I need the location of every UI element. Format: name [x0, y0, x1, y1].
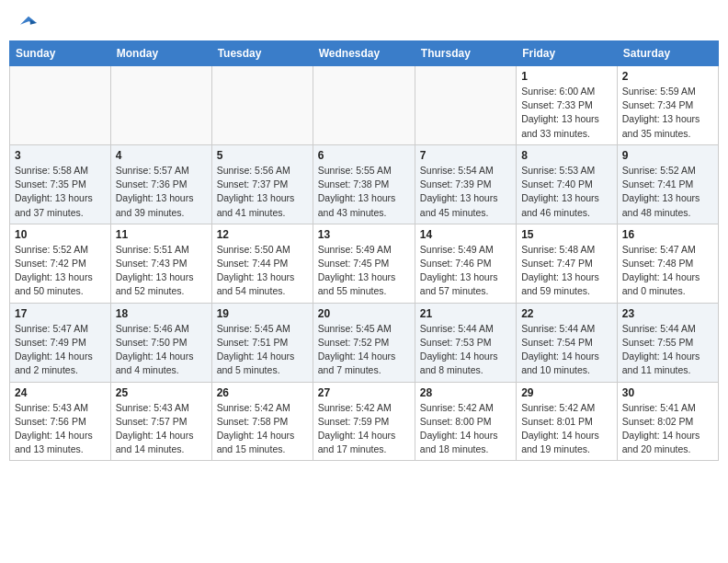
calendar-cell: 8Sunrise: 5:53 AM Sunset: 7:40 PM Daylig… — [517, 144, 618, 224]
calendar-cell: 11Sunrise: 5:51 AM Sunset: 7:43 PM Dayli… — [110, 224, 211, 303]
day-number: 29 — [521, 386, 612, 399]
calendar-cell: 23Sunrise: 5:44 AM Sunset: 7:55 PM Dayli… — [617, 303, 718, 382]
calendar-cell: 22Sunrise: 5:44 AM Sunset: 7:54 PM Dayli… — [517, 303, 618, 382]
day-info: Sunrise: 5:43 AM Sunset: 7:56 PM Dayligh… — [15, 401, 106, 457]
page-header — [0, 0, 728, 40]
day-number: 25 — [116, 386, 207, 399]
day-number: 24 — [15, 386, 106, 399]
day-info: Sunrise: 5:52 AM Sunset: 7:42 PM Dayligh… — [15, 243, 106, 299]
weekday-header-sunday: Sunday — [10, 41, 111, 66]
day-info: Sunrise: 5:44 AM Sunset: 7:53 PM Dayligh… — [420, 322, 511, 378]
calendar-cell: 12Sunrise: 5:50 AM Sunset: 7:44 PM Dayli… — [211, 224, 313, 303]
weekday-header-tuesday: Tuesday — [211, 41, 313, 66]
logo — [18, 15, 37, 33]
day-number: 9 — [622, 149, 713, 162]
weekday-header-saturday: Saturday — [617, 41, 718, 66]
calendar-cell: 28Sunrise: 5:42 AM Sunset: 8:00 PM Dayli… — [415, 382, 516, 461]
day-number: 30 — [622, 386, 713, 399]
day-info: Sunrise: 5:42 AM Sunset: 7:59 PM Dayligh… — [318, 401, 410, 457]
day-number: 10 — [15, 228, 106, 241]
day-info: Sunrise: 5:52 AM Sunset: 7:41 PM Dayligh… — [622, 164, 713, 220]
calendar-cell: 18Sunrise: 5:46 AM Sunset: 7:50 PM Dayli… — [110, 303, 211, 382]
day-info: Sunrise: 5:45 AM Sunset: 7:52 PM Dayligh… — [318, 322, 410, 378]
day-number: 16 — [622, 228, 713, 241]
day-number: 7 — [420, 149, 511, 162]
day-info: Sunrise: 5:50 AM Sunset: 7:44 PM Dayligh… — [217, 243, 308, 299]
day-info: Sunrise: 5:59 AM Sunset: 7:34 PM Dayligh… — [622, 85, 713, 141]
day-info: Sunrise: 5:57 AM Sunset: 7:36 PM Dayligh… — [116, 164, 207, 220]
calendar-cell: 5Sunrise: 5:56 AM Sunset: 7:37 PM Daylig… — [211, 144, 313, 224]
day-number: 28 — [420, 386, 511, 399]
day-info: Sunrise: 5:53 AM Sunset: 7:40 PM Dayligh… — [521, 164, 612, 220]
calendar-cell: 19Sunrise: 5:45 AM Sunset: 7:51 PM Dayli… — [211, 303, 313, 382]
calendar-cell: 10Sunrise: 5:52 AM Sunset: 7:42 PM Dayli… — [10, 224, 111, 303]
day-number: 2 — [622, 70, 713, 83]
day-number: 14 — [420, 228, 511, 241]
day-number: 17 — [15, 307, 106, 320]
calendar-cell: 6Sunrise: 5:55 AM Sunset: 7:38 PM Daylig… — [313, 144, 415, 224]
calendar-wrapper: SundayMondayTuesdayWednesdayThursdayFrid… — [0, 40, 728, 479]
calendar-cell — [110, 66, 211, 145]
day-number: 19 — [217, 307, 308, 320]
day-info: Sunrise: 5:44 AM Sunset: 7:54 PM Dayligh… — [521, 322, 612, 378]
day-number: 26 — [217, 386, 308, 399]
day-info: Sunrise: 5:51 AM Sunset: 7:43 PM Dayligh… — [116, 243, 207, 299]
day-number: 15 — [521, 228, 612, 241]
day-info: Sunrise: 5:47 AM Sunset: 7:49 PM Dayligh… — [15, 322, 106, 378]
calendar-cell — [415, 66, 516, 145]
day-info: Sunrise: 5:42 AM Sunset: 7:58 PM Dayligh… — [217, 401, 308, 457]
day-number: 21 — [420, 307, 511, 320]
weekday-header-wednesday: Wednesday — [313, 41, 415, 66]
day-number: 11 — [116, 228, 207, 241]
day-info: Sunrise: 5:47 AM Sunset: 7:48 PM Dayligh… — [622, 243, 713, 299]
calendar-cell: 29Sunrise: 5:42 AM Sunset: 8:01 PM Dayli… — [517, 382, 618, 461]
day-number: 5 — [217, 149, 308, 162]
calendar-cell: 14Sunrise: 5:49 AM Sunset: 7:46 PM Dayli… — [415, 224, 516, 303]
day-number: 1 — [521, 70, 612, 83]
calendar-cell — [313, 66, 415, 145]
day-info: Sunrise: 5:49 AM Sunset: 7:46 PM Dayligh… — [420, 243, 511, 299]
calendar-cell: 7Sunrise: 5:54 AM Sunset: 7:39 PM Daylig… — [415, 144, 516, 224]
day-number: 8 — [521, 149, 612, 162]
weekday-header-friday: Friday — [517, 41, 618, 66]
day-info: Sunrise: 5:43 AM Sunset: 7:57 PM Dayligh… — [116, 401, 207, 457]
day-number: 23 — [622, 307, 713, 320]
day-info: Sunrise: 5:45 AM Sunset: 7:51 PM Dayligh… — [217, 322, 308, 378]
day-number: 27 — [318, 386, 410, 399]
day-info: Sunrise: 5:49 AM Sunset: 7:45 PM Dayligh… — [318, 243, 410, 299]
day-number: 4 — [116, 149, 207, 162]
day-info: Sunrise: 5:58 AM Sunset: 7:35 PM Dayligh… — [15, 164, 106, 220]
calendar-cell: 20Sunrise: 5:45 AM Sunset: 7:52 PM Dayli… — [313, 303, 415, 382]
weekday-header-thursday: Thursday — [415, 41, 516, 66]
day-info: Sunrise: 5:41 AM Sunset: 8:02 PM Dayligh… — [622, 401, 713, 457]
calendar-cell — [211, 66, 313, 145]
calendar-table: SundayMondayTuesdayWednesdayThursdayFrid… — [9, 40, 719, 461]
calendar-cell: 1Sunrise: 6:00 AM Sunset: 7:33 PM Daylig… — [517, 66, 618, 145]
calendar-cell: 4Sunrise: 5:57 AM Sunset: 7:36 PM Daylig… — [110, 144, 211, 224]
day-number: 22 — [521, 307, 612, 320]
calendar-cell — [10, 66, 111, 145]
day-info: Sunrise: 5:56 AM Sunset: 7:37 PM Dayligh… — [217, 164, 308, 220]
day-number: 6 — [318, 149, 410, 162]
weekday-header-monday: Monday — [110, 41, 211, 66]
calendar-cell: 3Sunrise: 5:58 AM Sunset: 7:35 PM Daylig… — [10, 144, 111, 224]
day-info: Sunrise: 5:42 AM Sunset: 8:00 PM Dayligh… — [420, 401, 511, 457]
calendar-week-row: 24Sunrise: 5:43 AM Sunset: 7:56 PM Dayli… — [10, 382, 719, 461]
calendar-cell: 26Sunrise: 5:42 AM Sunset: 7:58 PM Dayli… — [211, 382, 313, 461]
day-number: 13 — [318, 228, 410, 241]
day-info: Sunrise: 6:00 AM Sunset: 7:33 PM Dayligh… — [521, 85, 612, 141]
calendar-cell: 16Sunrise: 5:47 AM Sunset: 7:48 PM Dayli… — [617, 224, 718, 303]
calendar-cell: 30Sunrise: 5:41 AM Sunset: 8:02 PM Dayli… — [617, 382, 718, 461]
calendar-cell: 9Sunrise: 5:52 AM Sunset: 7:41 PM Daylig… — [617, 144, 718, 224]
day-number: 20 — [318, 307, 410, 320]
logo-bird-icon — [20, 15, 37, 31]
day-info: Sunrise: 5:55 AM Sunset: 7:38 PM Dayligh… — [318, 164, 410, 220]
day-number: 12 — [217, 228, 308, 241]
day-info: Sunrise: 5:48 AM Sunset: 7:47 PM Dayligh… — [521, 243, 612, 299]
calendar-cell: 2Sunrise: 5:59 AM Sunset: 7:34 PM Daylig… — [617, 66, 718, 145]
day-info: Sunrise: 5:44 AM Sunset: 7:55 PM Dayligh… — [622, 322, 713, 378]
calendar-week-row: 10Sunrise: 5:52 AM Sunset: 7:42 PM Dayli… — [10, 224, 719, 303]
day-info: Sunrise: 5:54 AM Sunset: 7:39 PM Dayligh… — [420, 164, 511, 220]
calendar-week-row: 17Sunrise: 5:47 AM Sunset: 7:49 PM Dayli… — [10, 303, 719, 382]
day-info: Sunrise: 5:42 AM Sunset: 8:01 PM Dayligh… — [521, 401, 612, 457]
